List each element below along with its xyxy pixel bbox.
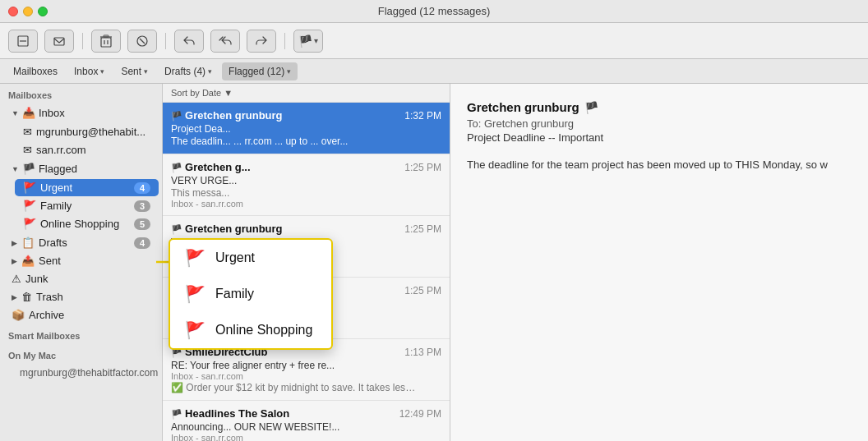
junk-button[interactable] <box>127 30 157 53</box>
flag-button[interactable]: 🏴 ▾ <box>293 30 323 53</box>
msg-account-1: Inbox - san.rr.com <box>171 199 441 209</box>
account1-label: mgrunburg@thehabit... <box>36 126 150 138</box>
get-mail-button[interactable] <box>44 30 74 53</box>
tab-sent[interactable]: Sent ▾ <box>114 62 155 80</box>
flag-icon: 🏴 <box>298 34 312 48</box>
sidebar-item-junk[interactable]: ⚠ Junk <box>3 270 159 287</box>
tab-inbox[interactable]: Inbox ▾ <box>67 62 111 80</box>
svg-rect-7 <box>104 35 108 37</box>
msg-sender-1: 🏴 Gretchen g... <box>171 161 251 173</box>
toolbar-separator-1 <box>82 33 83 49</box>
flag-dropdown-arrow: ▾ <box>314 36 318 45</box>
urgent-dropdown-label: Urgent <box>215 250 255 265</box>
toolbar-separator-3 <box>284 33 285 49</box>
trash-collapse-icon: ▶ <box>12 293 17 301</box>
shopping-dropdown-label: Online Shopping <box>215 323 312 338</box>
sidebar-section-mailboxes: Mailboxes <box>0 84 162 103</box>
sidebar-item-flagged[interactable]: ▼ 🏴 Flagged <box>3 160 159 177</box>
account2-label: san.rr.com <box>36 144 150 156</box>
sidebar-item-trash[interactable]: ▶ 🗑 Trash <box>3 288 159 305</box>
account2-icon: ✉ <box>23 144 32 156</box>
drafts-badge: 4 <box>134 237 150 249</box>
shopping-badge: 5 <box>134 218 150 230</box>
tab-mailboxes[interactable]: Mailboxes <box>7 62 64 80</box>
dropdown-item-urgent[interactable]: 🚩 Urgent <box>170 240 331 276</box>
sidebar-item-urgent[interactable]: 🚩 Urgent 4 <box>15 179 159 196</box>
msg-time-3: 1:25 PM <box>404 285 441 296</box>
svg-rect-2 <box>54 38 64 45</box>
delete-button[interactable] <box>91 30 121 53</box>
sent-icon: 📤 <box>21 255 35 267</box>
sidebar-item-inbox-account2[interactable]: ✉ san.rr.com <box>15 141 159 158</box>
urgent-dropdown-flag-icon: 🚩 <box>185 248 205 268</box>
tab-sent-label: Sent <box>121 66 141 77</box>
svg-line-9 <box>140 39 145 44</box>
urgent-label: Urgent <box>40 181 130 194</box>
tab-drafts[interactable]: Drafts (4) ▾ <box>158 62 219 80</box>
inbox-collapse-icon: ▼ <box>12 109 19 117</box>
flagged-children: 🚩 Urgent 4 🚩 Family 3 🚩 Online Shopping … <box>0 178 162 233</box>
titlebar: Flagged (12 messages) <box>0 0 868 23</box>
msg-flag-1: 🏴 <box>171 163 185 172</box>
sidebar-item-inbox-account1[interactable]: ✉ mgrunburg@thehabit... <box>15 123 159 140</box>
sidebar: Mailboxes ▼ 📥 Inbox ✉ mgrunburg@thehabit… <box>0 84 163 441</box>
tab-inbox-arrow: ▾ <box>100 67 104 76</box>
msg-subject-1: VERY URGE... <box>171 175 441 186</box>
reading-pane: Gretchen grunburg 🏴 To: Gretchen grunbur… <box>450 84 868 441</box>
reply-all-button[interactable] <box>210 30 240 53</box>
sidebar-item-archive[interactable]: 📦 Archive <box>3 306 159 324</box>
msg-subject-4: RE: Your free aligner entry + free re... <box>171 360 441 371</box>
tab-flagged-arrow: ▾ <box>287 67 291 76</box>
sidebar-item-online-shopping[interactable]: 🚩 Online Shopping 5 <box>15 215 159 232</box>
junk-icon: ⚠ <box>12 273 21 285</box>
sidebar-section-mac: On My Mac <box>0 344 162 364</box>
flagged-icon: 🏴 <box>22 163 35 175</box>
close-button[interactable] <box>8 7 18 16</box>
msg-time-5: 12:49 PM <box>399 408 441 420</box>
tab-sent-arrow: ▾ <box>144 67 148 76</box>
dropdown-item-family[interactable]: 🚩 Family <box>170 276 331 312</box>
dropdown-item-online-shopping[interactable]: 🚩 Online Shopping <box>170 312 331 348</box>
message-item-1[interactable]: 🏴 Gretchen g... 1:25 PM VERY URGE... Thi… <box>163 154 450 216</box>
family-label: Family <box>40 200 130 212</box>
family-flag-icon: 🚩 <box>23 200 36 212</box>
tab-drafts-label: Drafts (4) <box>164 66 205 77</box>
drafts-icon: 📋 <box>21 237 35 249</box>
message-header-5: 🏴 Headlines The Salon 12:49 PM <box>171 407 441 420</box>
msg-account-5: Inbox - san.rr.com <box>171 433 441 441</box>
inbox-children: ✉ mgrunburg@thehabit... ✉ san.rr.com <box>0 122 162 159</box>
sidebar-section-smart: Smart Mailboxes <box>0 324 162 344</box>
shopping-label: Online Shopping <box>40 218 130 230</box>
message-item-5[interactable]: 🏴 Headlines The Salon 12:49 PM Announcin… <box>163 401 450 441</box>
toolbar-separator-2 <box>165 33 166 49</box>
flagged-collapse-icon: ▼ <box>12 165 19 173</box>
tab-inbox-label: Inbox <box>74 66 98 77</box>
msg-flag-0: 🏴 <box>171 111 185 121</box>
msg-preview-1: This messa... <box>171 187 418 199</box>
maximize-button[interactable] <box>38 7 48 16</box>
msg-preview-0: The deadlin... ... rr.com ... up to ... … <box>171 136 418 147</box>
window-title: Flagged (12 messages) <box>378 5 491 17</box>
compose-button[interactable] <box>8 30 38 53</box>
minimize-button[interactable] <box>23 7 33 16</box>
tab-flagged[interactable]: Flagged (12) ▾ <box>222 62 298 80</box>
flag-type-dropdown: 🚩 Urgent 🚩 Family 🚩 Online Shopping <box>169 238 333 350</box>
sidebar-item-inbox[interactable]: ▼ 📥 Inbox <box>3 104 159 122</box>
sidebar-item-drafts[interactable]: ▶ 📋 Drafts 4 <box>3 234 159 251</box>
msg-subject-0: Project Dea... <box>171 123 441 135</box>
junk-label: Junk <box>25 273 150 285</box>
msg-preview-4: ✅ Order your $12 kit by midnight to save… <box>171 382 418 393</box>
sidebar-item-sent[interactable]: ▶ 📤 Sent <box>3 252 159 269</box>
trash-label: Trash <box>36 291 150 303</box>
forward-button[interactable] <box>247 30 276 53</box>
msg-flag-5: 🏴 <box>171 409 185 419</box>
email-to-value: Gretchen grunburg <box>484 117 574 130</box>
msg-sender-2: 🏴 Gretchen grunburg <box>171 223 283 235</box>
reply-button[interactable] <box>174 30 204 53</box>
sort-bar[interactable]: Sort by Date ▼ <box>163 84 450 103</box>
sidebar-item-family[interactable]: 🚩 Family 3 <box>15 197 159 214</box>
sent-label: Sent <box>39 255 150 267</box>
shopping-flag-icon: 🚩 <box>23 218 36 230</box>
message-item-0[interactable]: 🏴 Gretchen grunburg 1:32 PM Project Dea.… <box>163 103 450 154</box>
inbox-icon: 📥 <box>22 107 35 119</box>
